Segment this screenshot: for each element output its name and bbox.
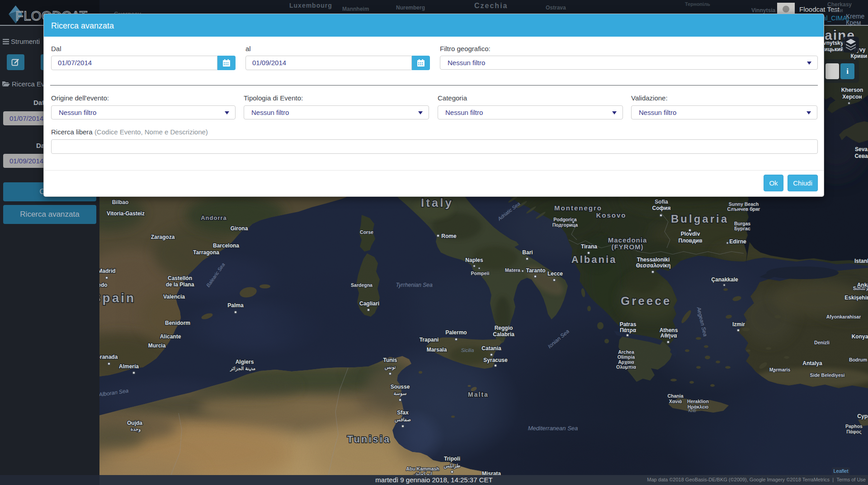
svg-text:Side Belediyesi: Side Belediyesi [810,372,844,378]
svg-text:Chania: Chania [667,393,683,399]
svg-text:Murcia: Murcia [148,342,166,349]
svg-text:Algiers: Algiers [236,359,254,365]
svg-text:Naples: Naples [465,257,483,263]
svg-text:Paphos: Paphos [845,423,863,429]
svg-text:Kriti: Kriti [688,408,696,413]
svg-text:طرابلس: طرابلس [444,463,461,469]
svg-text:Marmaris: Marmaris [769,367,791,372]
svg-text:Sofia: Sofia [655,199,668,205]
svg-text:Trapani: Trapani [420,337,439,343]
svg-text:Пловдив: Пловдив [678,238,702,244]
svg-text:Madrid: Madrid [98,268,115,274]
svg-text:Montenegro: Montenegro [554,204,602,212]
svg-text:Слънчев бряг: Слънчев бряг [727,206,760,212]
svg-text:Sicilia: Sicilia [461,347,474,353]
svg-text:Edirne: Edirne [729,238,746,245]
svg-text:Patras: Patras [620,321,637,328]
svg-text:Matera: Matera [505,267,520,273]
svg-text:Херсон: Херсон [842,94,862,100]
svg-text:Çanakkale: Çanakkale [711,276,738,283]
svg-text:Tunis: Tunis [383,357,397,363]
svg-text:Ankara: Ankara [857,282,868,288]
svg-text:Πάτρα: Πάτρα [620,327,637,333]
svg-text:Almería: Almería [119,363,139,370]
svg-text:Sardegna: Sardegna [351,282,373,288]
svg-text:Italy: Italy [421,196,453,209]
svg-text:Bodrum: Bodrum [849,357,867,362]
svg-text:Benidorm: Benidorm [165,320,190,326]
svg-text:Greece: Greece [621,294,671,308]
svg-text:Sfax: Sfax [397,409,409,416]
svg-text:Girona: Girona [231,225,248,232]
svg-text:Bilbao: Bilbao [112,199,129,205]
svg-text:Eskişehir: Eskişehir [844,295,868,301]
svg-text:وجدة: وجدة [131,426,141,433]
svg-text:Cagliari: Cagliari [359,300,379,307]
svg-text:Lecce: Lecce [547,271,563,277]
svg-text:Valencia: Valencia [163,294,185,300]
svg-text:(FYROM): (FYROM) [611,243,643,251]
svg-text:سوسة: سوسة [394,390,407,397]
svg-text:Malta: Malta [468,391,489,398]
svg-text:Tarragona: Tarragona [193,249,219,256]
svg-text:Kherson: Kherson [841,87,863,93]
svg-text:Albania: Albania [571,254,617,265]
svg-text:Сева: Сева [854,153,868,159]
svg-text:مدينة الجزائر: مدينة الجزائر [230,366,255,372]
svg-text:Αθήνα: Αθήνα [660,333,677,339]
svg-text:تونس: تونس [385,364,396,371]
svg-text:Kosovo: Kosovo [596,211,626,219]
svg-text:Vitoria-Gasteiz: Vitoria-Gasteiz [107,210,145,217]
svg-text:Bulgaria: Bulgaria [671,213,729,225]
svg-text:Taranto: Taranto [526,267,545,274]
svg-text:София: София [652,205,671,211]
svg-text:Tripoli: Tripoli [444,456,460,462]
svg-text:Catania: Catania [481,345,501,352]
svg-text:Thessaloniki: Thessaloniki [637,257,670,263]
svg-text:Corse: Corse [360,229,373,235]
svg-text:Castellón: Castellón [168,275,192,281]
svg-text:Rome: Rome [441,233,457,239]
svg-text:Бургас: Бургас [734,226,750,231]
svg-text:Tirana: Tirana [581,243,597,250]
svg-text:Alicante: Alicante [160,333,181,340]
svg-text:Palma: Palma [227,302,244,309]
svg-text:صفاقس: صفاقس [395,417,411,423]
svg-text:Marsala: Marsala [427,347,447,353]
svg-text:Χανιά: Χανιά [669,399,682,404]
svg-text:Πάφος: Πάφος [846,429,862,435]
svg-text:ицький: ицький [825,46,844,52]
svg-text:Pompeii: Pompeii [471,271,490,276]
svg-text:Denizli: Denizli [814,340,830,345]
svg-text:Θεσσαλονίκη: Θεσσαλονίκη [636,262,671,269]
svg-text:vnytskyi: vnytskyi [823,40,845,46]
svg-text:Palermo: Palermo [445,329,467,336]
svg-text:Ολυμπια: Ολυμπια [616,364,636,370]
svg-text:Криви: Криви [851,53,868,59]
svg-text:Afyonkarahisar: Afyonkarahisar [826,314,861,319]
svg-text:Zaragoza: Zaragoza [151,234,175,240]
svg-text:Syracuse: Syracuse [483,357,508,363]
svg-text:Istanbul: Istanbul [854,258,868,264]
svg-text:Sousse: Sousse [391,384,410,390]
svg-text:Izmir: Izmir [732,321,745,328]
svg-text:Andorra: Andorra [201,214,227,221]
svg-text:Konya: Konya [852,333,868,340]
svg-text:Calabria: Calabria [493,331,514,338]
svg-text:Oujda: Oujda [127,420,142,426]
svg-text:Reggio: Reggio [495,325,513,331]
svg-text:Tunisia: Tunisia [347,433,391,445]
svg-text:Antalya: Antalya [802,360,822,366]
svg-text:Tyrrhenian Sea: Tyrrhenian Sea [396,282,432,288]
svg-text:Seva: Seva [855,146,868,152]
svg-text:Heraklion: Heraklion [687,399,709,404]
svg-text:Bari: Bari [522,249,533,256]
svg-text:de la Plana: de la Plana [166,281,194,288]
svg-text:Cypr: Cypr [857,413,868,419]
svg-text:Barcelona: Barcelona [213,242,239,249]
svg-text:Mediterranean Sea: Mediterranean Sea [528,425,578,432]
